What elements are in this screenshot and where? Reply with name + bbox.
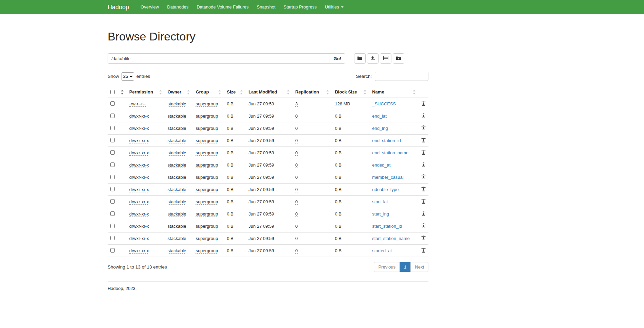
delete-file-button[interactable] xyxy=(421,236,426,240)
upload-file-button[interactable] xyxy=(367,53,379,64)
pagination-previous[interactable]: Previous xyxy=(374,262,400,272)
replication-value[interactable]: 0 xyxy=(295,138,298,143)
replication-value[interactable]: 0 xyxy=(295,211,298,217)
delete-file-button[interactable] xyxy=(421,101,426,106)
file-link[interactable]: rideable_type xyxy=(372,187,399,192)
row-checkbox[interactable] xyxy=(110,101,115,106)
delete-file-button[interactable] xyxy=(421,162,426,167)
create-directory-button[interactable] xyxy=(393,53,404,64)
nav-item-datanodes[interactable]: Datanodes xyxy=(163,0,192,14)
owner-value[interactable]: stackable xyxy=(168,150,186,156)
file-link[interactable]: start_lng xyxy=(372,211,389,217)
row-checkbox[interactable] xyxy=(110,138,115,142)
permission-value[interactable]: drwxr-xr-x xyxy=(129,236,149,241)
owner-value[interactable]: stackable xyxy=(168,175,186,180)
column-header-select[interactable] xyxy=(108,86,127,98)
file-link[interactable]: start_lat xyxy=(372,199,388,204)
page-length-select[interactable]: 25 xyxy=(122,72,134,81)
file-link[interactable]: end_station_id xyxy=(372,138,401,143)
delete-file-button[interactable] xyxy=(421,199,426,204)
file-link[interactable]: end_lng xyxy=(372,126,388,131)
owner-value[interactable]: stackable xyxy=(168,126,186,131)
select-all-checkbox[interactable] xyxy=(110,90,115,94)
path-input[interactable] xyxy=(108,53,330,64)
owner-value[interactable]: stackable xyxy=(168,114,186,119)
column-header-last-modified[interactable]: Last Modified xyxy=(246,86,293,98)
file-link[interactable]: end_station_name xyxy=(372,150,408,155)
sort-icon[interactable] xyxy=(287,90,290,94)
nav-item-snapshot[interactable]: Snapshot xyxy=(253,0,279,14)
file-link[interactable]: member_casual xyxy=(372,175,404,180)
nav-item-overview[interactable]: Overview xyxy=(136,0,163,14)
owner-value[interactable]: stackable xyxy=(168,187,186,192)
delete-file-button[interactable] xyxy=(421,150,426,155)
permission-value[interactable]: drwxr-xr-x xyxy=(129,162,149,168)
group-value[interactable]: supergroup xyxy=(196,162,218,168)
group-value[interactable]: supergroup xyxy=(196,187,218,192)
permission-value[interactable]: drwxr-xr-x xyxy=(129,150,149,156)
navbar-brand[interactable]: Hadoop xyxy=(108,0,129,14)
delete-file-button[interactable] xyxy=(421,223,426,228)
row-checkbox[interactable] xyxy=(110,199,115,204)
group-value[interactable]: supergroup xyxy=(196,138,218,143)
column-header-group[interactable]: Group xyxy=(193,86,224,98)
owner-value[interactable]: stackable xyxy=(168,211,186,217)
row-checkbox[interactable] xyxy=(110,150,115,155)
row-checkbox[interactable] xyxy=(110,175,115,179)
group-value[interactable]: supergroup xyxy=(196,248,218,254)
group-value[interactable]: supergroup xyxy=(196,101,218,107)
open-folder-button[interactable] xyxy=(354,53,366,64)
owner-value[interactable]: stackable xyxy=(168,162,186,168)
pagination-page-1[interactable]: 1 xyxy=(400,262,411,272)
replication-value[interactable]: 3 xyxy=(295,101,298,107)
column-header-permission[interactable]: Permission xyxy=(127,86,165,98)
permission-value[interactable]: drwxr-xr-x xyxy=(129,248,149,254)
replication-value[interactable]: 0 xyxy=(295,175,298,180)
permission-value[interactable]: drwxr-xr-x xyxy=(129,138,149,143)
replication-value[interactable]: 0 xyxy=(295,114,298,119)
sort-icon[interactable] xyxy=(413,90,416,94)
replication-value[interactable]: 0 xyxy=(295,187,298,192)
group-value[interactable]: supergroup xyxy=(196,150,218,156)
delete-file-button[interactable] xyxy=(421,248,426,253)
replication-value[interactable]: 0 xyxy=(295,162,298,168)
replication-value[interactable]: 0 xyxy=(295,126,298,131)
delete-file-button[interactable] xyxy=(421,138,426,142)
column-header-owner[interactable]: Owner xyxy=(165,86,193,98)
file-link[interactable]: start_station_name xyxy=(372,236,410,241)
row-checkbox[interactable] xyxy=(110,224,115,228)
replication-value[interactable]: 0 xyxy=(295,199,298,205)
go-button[interactable]: Go! xyxy=(330,53,345,64)
nav-item-startup-progress[interactable]: Startup Progress xyxy=(279,0,321,14)
search-input[interactable] xyxy=(375,72,428,81)
replication-value[interactable]: 0 xyxy=(295,150,298,156)
replication-value[interactable]: 0 xyxy=(295,236,298,241)
owner-value[interactable]: stackable xyxy=(168,101,186,107)
permission-value[interactable]: drwxr-xr-x xyxy=(129,199,149,205)
permission-value[interactable]: drwxr-xr-x xyxy=(129,224,149,229)
nav-item-utilities[interactable]: Utilities xyxy=(321,0,348,14)
file-link[interactable]: start_station_id xyxy=(372,224,402,229)
group-value[interactable]: supergroup xyxy=(196,126,218,131)
permission-value[interactable]: drwxr-xr-x xyxy=(129,114,149,119)
permission-value[interactable]: drwxr-xr-x xyxy=(129,175,149,180)
permission-value[interactable]: drwxr-xr-x xyxy=(129,126,149,131)
row-checkbox[interactable] xyxy=(110,211,115,216)
owner-value[interactable]: stackable xyxy=(168,199,186,205)
file-link[interactable]: _SUCCESS xyxy=(372,101,396,106)
pagination-next[interactable]: Next xyxy=(410,262,428,272)
column-header-replication[interactable]: Replication xyxy=(293,86,332,98)
permission-value[interactable]: -rw-r--r-- xyxy=(129,101,146,107)
row-checkbox[interactable] xyxy=(110,248,115,253)
row-checkbox[interactable] xyxy=(110,126,115,130)
sort-icon[interactable] xyxy=(218,90,221,94)
row-checkbox[interactable] xyxy=(110,114,115,118)
column-header-block-size[interactable]: Block Size xyxy=(332,86,369,98)
sort-icon[interactable] xyxy=(326,90,329,94)
permission-value[interactable]: drwxr-xr-x xyxy=(129,187,149,192)
sort-icon[interactable] xyxy=(240,90,243,94)
permission-value[interactable]: drwxr-xr-x xyxy=(129,211,149,217)
row-checkbox[interactable] xyxy=(110,187,115,191)
group-value[interactable]: supergroup xyxy=(196,224,218,229)
delete-file-button[interactable] xyxy=(421,187,426,191)
